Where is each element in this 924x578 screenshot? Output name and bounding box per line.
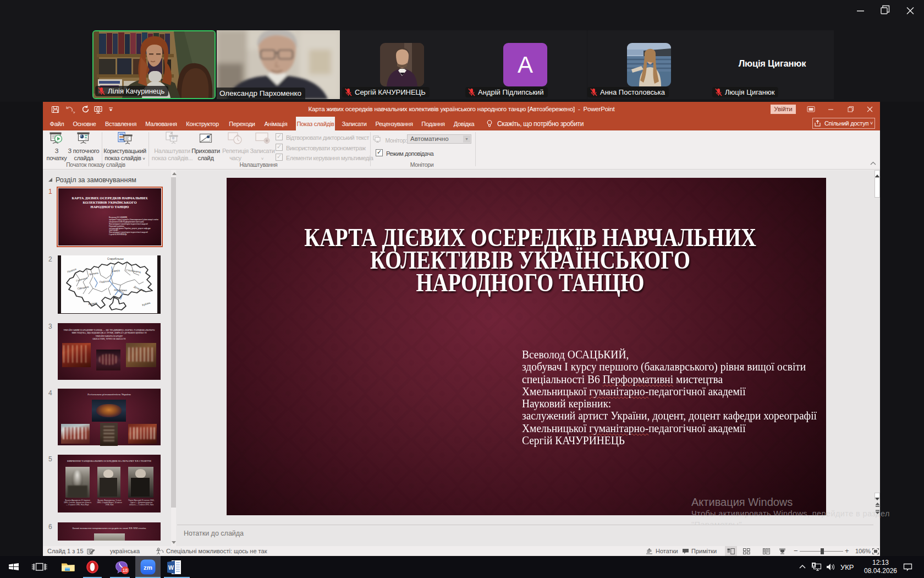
svg-text:W: W xyxy=(168,564,174,570)
svg-text:Сівера: Сівера xyxy=(112,269,120,272)
svg-text:18: 18 xyxy=(123,568,128,573)
svg-text:Старобільськ: Старобільськ xyxy=(107,258,124,260)
svg-text:Кубань: Кубань xyxy=(142,301,151,307)
svg-text:zm: zm xyxy=(144,564,152,571)
